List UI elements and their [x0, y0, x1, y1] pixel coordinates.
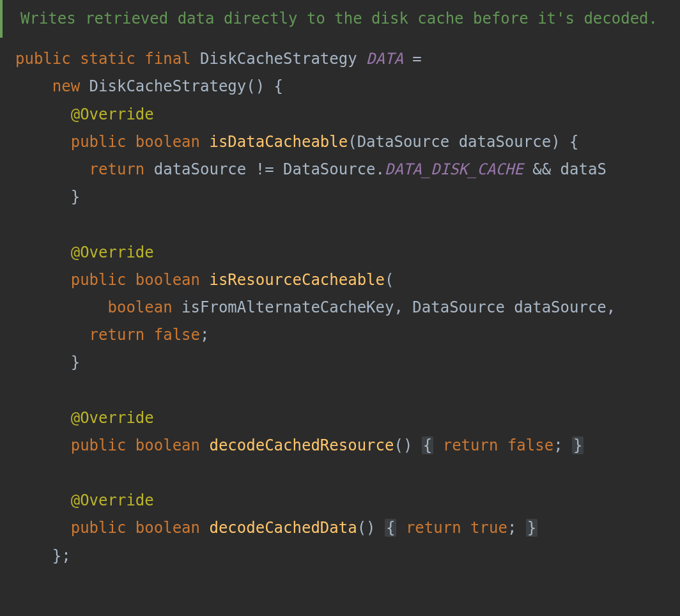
annotation-override-1: @Override	[71, 105, 154, 123]
type-datasource-2: DataSource	[283, 160, 376, 178]
paren-close-1: )	[551, 133, 560, 151]
keyword-return-1: return	[89, 160, 145, 178]
keyword-return-4: return	[406, 519, 461, 537]
annotation-override-4: @Override	[71, 491, 154, 509]
keyword-public-1: public	[71, 133, 127, 151]
folded-brace-close-2[interactable]: }	[526, 519, 537, 537]
method-isresourcecacheable: isResourceCacheable	[209, 271, 385, 289]
param-isfromalternate: isFromAlternateCacheKey	[182, 298, 394, 316]
keyword-return-3: return	[443, 436, 498, 454]
id-datas-cut: dataS	[560, 160, 607, 178]
code-block[interactable]: public static final DiskCacheStrategy DA…	[0, 45, 680, 570]
method-decodecachedresource: decodeCachedResource	[209, 436, 394, 454]
annotation-override-2: @Override	[71, 243, 154, 261]
operator-eq: =	[412, 50, 421, 68]
type-datasource-1: DataSource	[357, 133, 450, 151]
literal-false-1: false	[154, 326, 200, 344]
keyword-boolean-4: boolean	[135, 436, 200, 454]
paren-open-3: (	[394, 436, 403, 454]
operator-and: &&	[532, 160, 551, 178]
javadoc-text: Writes retrieved data directly to the di…	[20, 10, 658, 27]
brace-close-1: }	[71, 188, 80, 206]
keyword-public-2: public	[71, 271, 127, 289]
brace-open: {	[274, 77, 283, 95]
type-diskcachestrategy-ctor: DiskCacheStrategy	[89, 77, 247, 95]
paren-close: )	[256, 77, 265, 95]
paren-open-1: (	[348, 133, 357, 151]
comma-1: ,	[394, 298, 403, 316]
semi-end: ;	[61, 547, 70, 565]
const-data-disk-cache: DATA_DISK_CACHE	[385, 160, 523, 178]
paren-close-4: )	[366, 519, 375, 537]
folded-brace-open-2[interactable]: {	[385, 519, 396, 537]
paren-open-4: (	[357, 519, 366, 537]
dot-1: .	[376, 160, 385, 178]
javadoc-comment: Writes retrieved data directly to the di…	[0, 0, 680, 38]
keyword-boolean-1: boolean	[135, 133, 200, 151]
type-diskcachestrategy: DiskCacheStrategy	[200, 50, 357, 68]
brace-close-2: }	[71, 353, 80, 371]
literal-false-2: false	[507, 436, 553, 454]
method-isdatacacheable: isDataCacheable	[209, 133, 348, 151]
semi-1: ;	[200, 326, 209, 344]
param-datasource-1: dataSource	[459, 133, 552, 151]
keyword-public-4: public	[71, 519, 127, 537]
id-datasource-ref: dataSource	[154, 160, 247, 178]
editor-pane[interactable]: Writes retrieved data directly to the di…	[0, 0, 680, 570]
method-decodecacheddata: decodeCachedData	[209, 519, 357, 537]
field-data: DATA	[366, 50, 403, 68]
keyword-public: public	[15, 50, 71, 68]
keyword-boolean-2: boolean	[135, 271, 200, 289]
literal-true: true	[470, 519, 507, 537]
paren-open: (	[246, 77, 255, 95]
keyword-boolean-5: boolean	[135, 519, 200, 537]
semi-3: ;	[507, 519, 516, 537]
folded-brace-open-1[interactable]: {	[422, 436, 433, 454]
brace-open-1: {	[569, 133, 578, 151]
paren-close-3: )	[403, 436, 412, 454]
param-datasource-2: dataSource	[514, 298, 607, 316]
brace-close-anon: }	[52, 547, 61, 565]
keyword-new: new	[52, 77, 80, 95]
keyword-final: final	[144, 50, 190, 68]
semi-2: ;	[553, 436, 562, 454]
keyword-static: static	[80, 50, 135, 68]
type-datasource-3: DataSource	[412, 298, 505, 316]
keyword-boolean-3: boolean	[108, 298, 173, 316]
folded-brace-close-1[interactable]: }	[572, 436, 583, 454]
operator-ne: !=	[256, 160, 274, 178]
annotation-override-3: @Override	[71, 409, 154, 427]
keyword-return-2: return	[89, 326, 145, 344]
keyword-public-3: public	[71, 436, 127, 454]
paren-open-2: (	[385, 271, 394, 289]
comma-2: ,	[607, 298, 615, 316]
